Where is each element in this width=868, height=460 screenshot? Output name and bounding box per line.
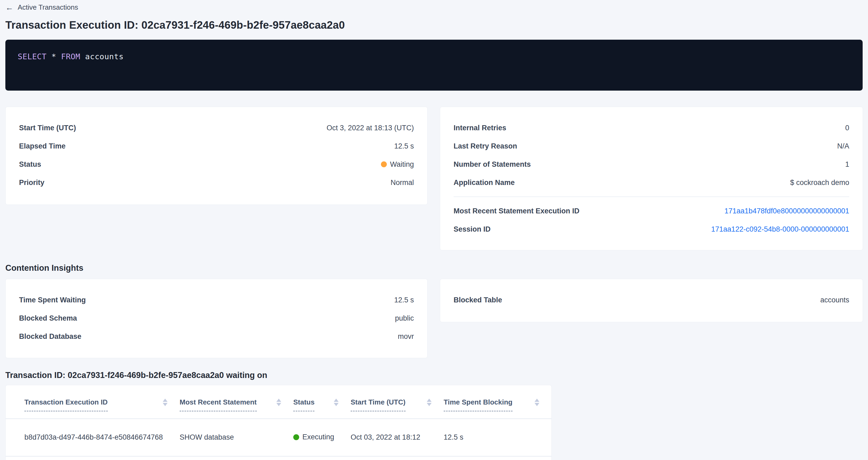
column-header-transaction-execution-id[interactable]: Transaction Execution ID bbox=[6, 385, 180, 419]
contention-insights-heading: Contention Insights bbox=[5, 263, 863, 273]
back-link-label: Active Transactions bbox=[18, 3, 78, 11]
row-start-time: Start Time (UTC) Oct 3, 2022 at 18:13 (U… bbox=[19, 119, 414, 137]
row-label: Application Name bbox=[454, 179, 515, 187]
row-value: $ cockroach demo bbox=[790, 179, 849, 187]
back-arrow-icon: ← bbox=[5, 3, 13, 11]
column-header-most-recent-statement[interactable]: Most Recent Statement bbox=[180, 385, 293, 419]
waiting-on-table-card: Transaction Execution ID Most Recent Sta… bbox=[5, 385, 552, 460]
sort-icon bbox=[534, 399, 539, 406]
cell-transaction-execution-id: b8d7d03a-d497-446b-8474-e50846674768 bbox=[6, 419, 180, 456]
sql-statement-box: SELECT * FROM accounts bbox=[5, 40, 863, 91]
row-value: Oct 3, 2022 at 18:13 (UTC) bbox=[327, 124, 414, 132]
row-application-name: Application Name $ cockroach demo bbox=[454, 174, 849, 192]
row-value: public bbox=[395, 314, 414, 323]
overview-card: Start Time (UTC) Oct 3, 2022 at 18:13 (U… bbox=[5, 107, 428, 205]
contention-left-card: Time Spent Waiting 12.5 s Blocked Schema… bbox=[5, 279, 428, 358]
row-label: Most Recent Statement Execution ID bbox=[454, 207, 580, 215]
status-executing-dot-icon bbox=[293, 434, 299, 440]
sql-star: * bbox=[52, 52, 56, 61]
column-header-status[interactable]: Status bbox=[293, 385, 351, 419]
cell-status: Executing bbox=[293, 419, 351, 456]
row-number-of-statements: Number of Statements 1 bbox=[454, 155, 849, 174]
statement-execution-id-link[interactable]: 171aa1b478fdf0e80000000000000001 bbox=[724, 207, 849, 215]
row-elapsed-time: Elapsed Time 12.5 s bbox=[19, 137, 414, 155]
row-label: Priority bbox=[19, 179, 44, 187]
row-value: 1 bbox=[845, 160, 849, 168]
waiting-on-heading: Transaction ID: 02ca7931-f246-469b-b2fe-… bbox=[5, 370, 863, 380]
contention-right-card: Blocked Table accounts bbox=[440, 279, 863, 322]
summary-cards-row: Start Time (UTC) Oct 3, 2022 at 18:13 (U… bbox=[5, 107, 863, 250]
sort-icon bbox=[427, 399, 432, 406]
row-value: accounts bbox=[820, 296, 849, 304]
column-header-label: Time Spent Blocking bbox=[444, 398, 513, 411]
row-label: Blocked Database bbox=[19, 332, 82, 341]
row-label: Last Retry Reason bbox=[454, 142, 517, 150]
sort-icon bbox=[334, 399, 339, 406]
status-value: Waiting bbox=[381, 160, 414, 168]
row-value: 12.5 s bbox=[394, 296, 414, 304]
transaction-details-page: ← Active Transactions Transaction Execut… bbox=[0, 0, 868, 460]
row-label: Internal Retries bbox=[454, 124, 506, 132]
row-label: Blocked Table bbox=[454, 296, 502, 304]
row-status: Status Waiting bbox=[19, 155, 414, 174]
status-text: Executing bbox=[302, 433, 334, 441]
row-most-recent-statement-execution-id: Most Recent Statement Execution ID 171aa… bbox=[454, 202, 849, 220]
row-blocked-database: Blocked Database movr bbox=[19, 327, 414, 345]
card-divider bbox=[454, 196, 849, 197]
row-last-retry-reason: Last Retry Reason N/A bbox=[454, 137, 849, 155]
row-value: Normal bbox=[391, 179, 414, 187]
waiting-table-row: b8d7d03a-d497-446b-8474-e50846674768 SHO… bbox=[6, 419, 551, 456]
cell-most-recent-statement: SHOW database bbox=[180, 419, 293, 456]
column-header-time-spent-blocking[interactable]: Time Spent Blocking bbox=[444, 385, 551, 419]
cell-start-time: Oct 03, 2022 at 18:12 bbox=[351, 419, 444, 456]
row-value: N/A bbox=[837, 142, 849, 150]
details-card: Internal Retries 0 Last Retry Reason N/A… bbox=[440, 107, 863, 250]
row-priority: Priority Normal bbox=[19, 174, 414, 192]
row-label: Number of Statements bbox=[454, 160, 531, 168]
waiting-table-header-row: Transaction Execution ID Most Recent Sta… bbox=[6, 385, 551, 419]
column-header-label: Transaction Execution ID bbox=[24, 398, 108, 411]
row-label: Status bbox=[19, 160, 41, 168]
session-id-link[interactable]: 171aa122-c092-54b8-0000-000000000001 bbox=[711, 225, 849, 234]
page-title: Transaction Execution ID: 02ca7931-f246-… bbox=[5, 19, 863, 31]
back-link-active-transactions[interactable]: ← Active Transactions bbox=[5, 3, 78, 11]
row-blocked-table: Blocked Table accounts bbox=[454, 291, 849, 309]
waiting-on-table: Transaction Execution ID Most Recent Sta… bbox=[6, 385, 551, 457]
column-header-start-time[interactable]: Start Time (UTC) bbox=[351, 385, 444, 419]
row-value: 0 bbox=[845, 124, 849, 132]
sql-keyword-from: FROM bbox=[61, 52, 81, 61]
sql-keyword-select: SELECT bbox=[18, 52, 46, 61]
cell-time-spent-blocking: 12.5 s bbox=[444, 419, 551, 456]
sql-table-name: accounts bbox=[85, 52, 124, 61]
row-session-id: Session ID 171aa122-c092-54b8-0000-00000… bbox=[454, 220, 849, 238]
sort-icon bbox=[276, 399, 281, 406]
row-time-spent-waiting: Time Spent Waiting 12.5 s bbox=[19, 291, 414, 309]
row-internal-retries: Internal Retries 0 bbox=[454, 119, 849, 137]
row-label: Elapsed Time bbox=[19, 142, 66, 150]
row-label: Time Spent Waiting bbox=[19, 296, 86, 304]
sql-statement: SELECT * FROM accounts bbox=[18, 52, 124, 61]
row-label: Start Time (UTC) bbox=[19, 124, 76, 132]
row-label: Blocked Schema bbox=[19, 314, 77, 323]
column-header-label: Status bbox=[293, 398, 314, 411]
column-header-label: Most Recent Statement bbox=[180, 398, 257, 411]
row-value: movr bbox=[398, 332, 414, 341]
column-header-label: Start Time (UTC) bbox=[351, 398, 406, 411]
row-value: 12.5 s bbox=[394, 142, 414, 150]
status-waiting-dot-icon bbox=[381, 161, 387, 167]
status-text: Waiting bbox=[390, 160, 414, 168]
row-blocked-schema: Blocked Schema public bbox=[19, 309, 414, 327]
row-label: Session ID bbox=[454, 225, 491, 234]
sort-icon bbox=[163, 399, 167, 406]
contention-cards-row: Time Spent Waiting 12.5 s Blocked Schema… bbox=[5, 279, 863, 358]
